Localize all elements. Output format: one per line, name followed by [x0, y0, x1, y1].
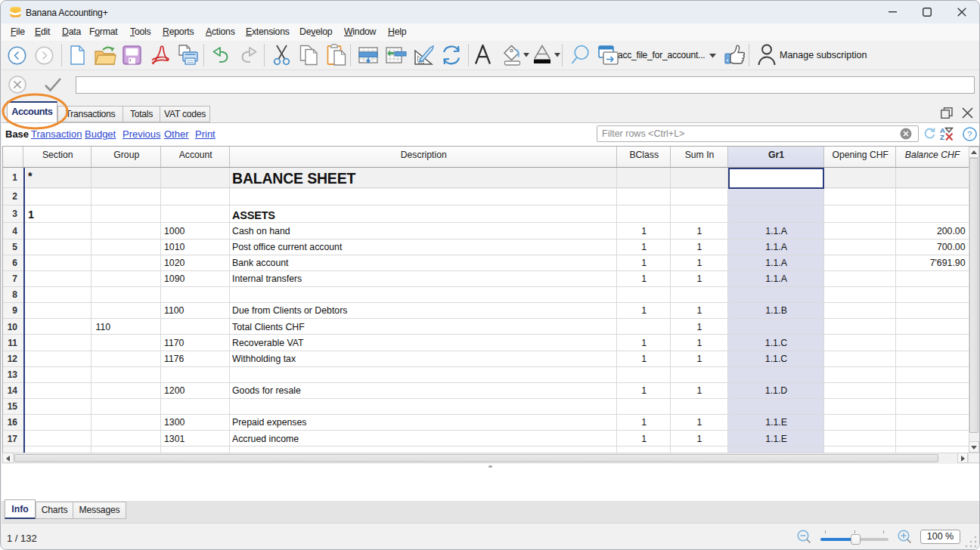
svg-text:?: ?	[967, 130, 972, 139]
svg-text:Z: Z	[940, 133, 944, 141]
